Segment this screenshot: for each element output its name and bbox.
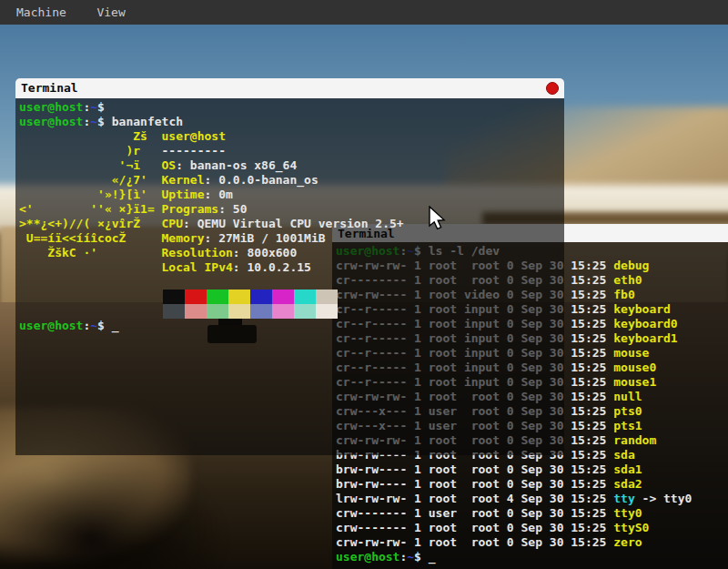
ascii-art-segment: '»!}[ì' [19, 188, 162, 201]
device-name: sda [613, 448, 634, 462]
ls-row: crw------- 1 user root 0 Sep 30 15:25 tt… [336, 506, 728, 521]
close-button[interactable] [546, 82, 559, 95]
ls-row-details: lrw-rw-rw- 1 root root 4 Sep 30 15:25 [336, 492, 613, 505]
palette-swatch [163, 304, 185, 319]
palette-row [163, 304, 564, 319]
ascii-art-segment: '¬ï [19, 158, 162, 172]
fetch-line: '¬ï OS: banan-os x86_64 [19, 158, 564, 173]
device-name: random [613, 433, 656, 447]
device-name: keyboard0 [613, 317, 677, 330]
palette-swatch [272, 290, 294, 304]
symlink-target: -> tty0 [635, 492, 693, 505]
palette-row [163, 290, 564, 304]
fetch-value: : QEMU Virtual CPU version 2.5+ [183, 217, 404, 230]
ls-row: brw-rw---- 1 root root 0 Sep 30 15:25 sd… [336, 462, 728, 477]
terminal1-window: Terminal user@host:~$user@host:~$ bananf… [15, 78, 564, 455]
device-name: mouse [613, 346, 649, 360]
mouse-cursor-icon [429, 206, 449, 237]
ls-row: crw------- 1 root root 0 Sep 30 15:25 tt… [336, 521, 728, 535]
device-name: pts0 [613, 404, 642, 418]
cursor-block: _ [105, 319, 119, 332]
ls-row: crw-rw-rw- 1 root root 0 Sep 30 15:25 ze… [336, 535, 728, 550]
fetch-label: Local IPv4 [162, 260, 233, 274]
fetch-value: : 800x600 [233, 246, 297, 259]
fetch-line: Local IPv4: 10.0.2.15 [19, 260, 564, 275]
fetch-label: Memory [162, 231, 205, 245]
terminal-line: user@host:~$ _ [19, 319, 564, 333]
fetch-label: user@host [162, 129, 226, 143]
fetch-line: '»!}[ì' Uptime: 0m [19, 188, 564, 202]
fetch-line: )r --------- [19, 144, 564, 158]
prompt-dollar: $ [97, 115, 105, 128]
palette-swatch [294, 290, 316, 304]
terminal1-content[interactable]: user@host:~$user@host:~$ bananfetch Zš u… [15, 98, 564, 455]
palette-swatch [228, 290, 250, 304]
fetch-value: --------- [162, 144, 226, 157]
fetch-label: CPU [162, 217, 183, 230]
device-name: keyboard [613, 302, 671, 316]
ls-row-details: crw------- 1 user root 0 Sep 30 15:25 [336, 506, 613, 520]
ls-row: lrw-rw-rw- 1 root root 4 Sep 30 15:25 tt… [336, 492, 728, 506]
device-name: pts1 [613, 419, 642, 432]
cursor-block: _ [421, 550, 436, 564]
prompt-path: ~ [407, 550, 414, 564]
ascii-art-segment: Zš [19, 129, 162, 143]
command-text: bananfetch [105, 115, 183, 128]
fetch-label: Programs [162, 202, 219, 216]
palette-swatch [185, 290, 207, 304]
terminal-line: user@host:~$ bananfetch [19, 115, 564, 129]
ls-row-details: crw------- 1 root root 0 Sep 30 15:25 [336, 521, 613, 534]
prompt-user: user@host [19, 115, 83, 128]
prompt-user: user@host [336, 550, 399, 564]
device-name: sda1 [613, 462, 642, 476]
palette-swatch [294, 304, 316, 319]
prompt-dollar: $ [414, 550, 421, 564]
fetch-line: ŽškC ·' Resolution: 800x600 [19, 246, 564, 260]
fetch-value: : 27MiB / 1001MiB [205, 231, 326, 245]
palette-swatch [272, 304, 294, 319]
ascii-art-segment: <' ''« ×}ï1= [19, 202, 162, 216]
ascii-art-segment: U==íï<<ííîcocŽ [19, 231, 162, 245]
prompt-path: ~ [90, 115, 97, 128]
device-name: mouse0 [613, 361, 656, 374]
fetch-value: : 0.0.0-banan_os [205, 173, 318, 187]
prompt-dollar: $ [97, 319, 105, 332]
palette-swatch [207, 304, 228, 319]
fetch-line: «/¿7' Kernel: 0.0.0-banan_os [19, 173, 564, 188]
ascii-art-segment: «/¿7' [19, 173, 162, 187]
fetch-value: : 0m [205, 188, 233, 201]
menu-item-machine[interactable]: Machine [11, 0, 72, 25]
palette-swatch [250, 290, 272, 304]
device-name: null [613, 390, 642, 403]
device-name: tty0 [613, 506, 642, 520]
device-name: sda2 [613, 477, 642, 491]
fetch-line: <' ''« ×}ï1= Programs: 50 [19, 202, 564, 217]
ascii-art-segment: ŽškC ·' [19, 246, 162, 259]
fetch-line: Zš user@host [19, 129, 564, 144]
palette-swatch [163, 290, 185, 304]
ls-row-details: brw-rw---- 1 root root 0 Sep 30 15:25 [336, 477, 613, 491]
ls-row: brw-rw---- 1 root root 0 Sep 30 15:25 sd… [336, 477, 728, 492]
prompt-user: user@host [19, 100, 83, 114]
menu-bar: Machine View [0, 0, 728, 25]
ls-row-details: crw-rw-rw- 1 root root 0 Sep 30 15:25 [336, 535, 613, 549]
device-name: eth0 [613, 273, 642, 287]
device-name: keyboard1 [613, 331, 677, 345]
device-name: ttyS0 [613, 521, 649, 534]
fetch-line: U==íï<<ííîcocŽ Memory: 27MiB / 1001MiB [19, 231, 564, 246]
terminal-line: user@host:~$ [19, 100, 564, 115]
terminal-line: user@host:~$ _ [336, 550, 728, 564]
fetch-value: : 50 [218, 202, 247, 216]
prompt-dollar: $ [97, 100, 105, 114]
fetch-label: Resolution [162, 246, 233, 259]
palette-swatch [207, 290, 228, 304]
fetch-line: >**¿<+)//( ×¿vîrŽ CPU: QEMU Virtual CPU … [19, 217, 564, 231]
palette-swatch [250, 304, 272, 319]
menu-item-view[interactable]: View [91, 0, 130, 25]
window-title: Terminal [15, 78, 78, 98]
device-name: debug [613, 259, 649, 272]
device-name: mouse1 [613, 375, 656, 389]
terminal1-titlebar[interactable]: Terminal [15, 78, 564, 98]
prompt-user: user@host [19, 319, 83, 332]
fetch-line [19, 275, 564, 290]
